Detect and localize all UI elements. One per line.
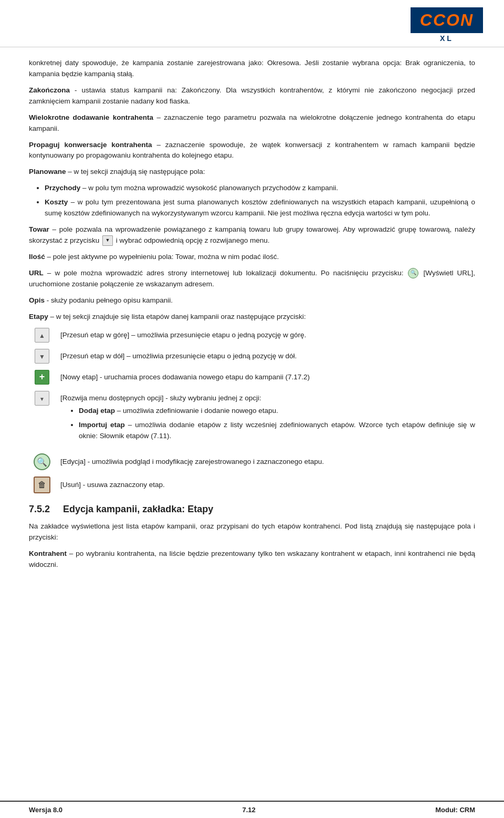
paragraph-4: Propaguj konwersacje kontrahenta – zazna… <box>29 140 475 162</box>
icon-cell-dropdown <box>29 391 55 406</box>
kontrahent-bold: Kontrahent <box>29 550 67 557</box>
icon-label-delete: [Usuń] - usuwa zaznaczony etap. <box>60 477 165 491</box>
etapy-bold: Etapy <box>29 313 48 320</box>
towar-bold: Towar <box>29 225 49 233</box>
dropdown-inline-icon: ▼ <box>102 235 113 246</box>
importuj-rest: – umożliwia dodanie etapów z listy wcześ… <box>79 421 475 440</box>
bullet-przychody: Przychody – w polu tym można wprowadzić … <box>45 183 475 194</box>
importuj-bold: Importuj etap <box>79 421 125 429</box>
para4-bold: Propaguj konwersacje kontrahenta <box>29 141 152 149</box>
paragraph-3: Wielokrotne dodawanie kontrahenta – zazn… <box>29 112 475 134</box>
footer-module: Moduł: CRM <box>435 806 475 814</box>
paragraph-etapy: Etapy – w tej sekcji znajduje się lista … <box>29 312 475 323</box>
dodaj-rest: – umożliwia zdefiniowanie i dodanie nowe… <box>115 407 278 415</box>
expand-menu-icon[interactable] <box>35 391 49 406</box>
paragraph-towar: Towar – pole pozwala na wprowadzenie pow… <box>29 224 475 246</box>
section-para1: Na zakładce wyświetlona jest lista etapó… <box>29 521 475 543</box>
edit-icon[interactable]: 🔍 <box>34 453 50 470</box>
url-rest: – w pole można wprowadzić adres strony i… <box>44 269 404 277</box>
icon-cell-edit: 🔍 <box>29 453 55 470</box>
icon-label-dropdown-wrapper: [Rozwija menu dostępnych opcji] - służy … <box>60 391 475 448</box>
dropdown-glyph <box>39 394 45 402</box>
footer-page: 7.12 <box>242 806 255 814</box>
main-content: konkretnej daty spowoduje, że kampania z… <box>0 47 504 801</box>
page-wrapper: CCON XL konkretnej daty spowoduje, że ka… <box>0 0 504 818</box>
para5-bold: Planowane <box>29 168 66 175</box>
bullet2-bold: Koszty <box>45 198 68 206</box>
logo-text: CCON <box>420 11 474 30</box>
section-para2: Kontrahent – po wybraniu kontrahenta, na… <box>29 548 475 571</box>
new-step-icon[interactable] <box>35 370 49 385</box>
bullet2-rest: – w polu tym prezentowana jest suma plan… <box>45 198 475 217</box>
paragraph-opis: Opis - służy podaniu pełnego opisu kampa… <box>29 295 475 306</box>
kontrahent-rest: – po wybraniu kontrahenta, na liście będ… <box>29 550 475 568</box>
opis-rest: - służy podaniu pełnego opisu kampanii. <box>45 296 173 304</box>
logo-box: CCON <box>411 7 483 33</box>
bullet1-bold: Przychody <box>45 184 80 192</box>
icon-label-dropdown: [Rozwija menu dostępnych opcji] - służy … <box>60 391 475 404</box>
url-bold: URL <box>29 269 44 277</box>
icon-cell-down <box>29 349 55 364</box>
url-inline-icon: 🔍 <box>408 268 418 278</box>
bullet1-rest: – w polu tym można wprowadzić wysokość p… <box>80 184 338 192</box>
bullet-koszty: Koszty – w polu tym prezentowana jest su… <box>45 197 475 219</box>
section-title: Edycja kampanii, zakładka: Etapy <box>63 504 213 514</box>
paragraph-url: URL – w pole można wprowadzić adres stro… <box>29 268 475 290</box>
para3-bold: Wielokrotne dodawanie kontrahenta <box>29 113 153 121</box>
icon-row-up: [Przesuń etap w górę] – umożliwia przesu… <box>29 328 475 343</box>
icon-cell-up <box>29 328 55 343</box>
icon-cell-delete: 🗑 <box>29 477 55 493</box>
ilosc-bold: Ilość <box>29 253 45 261</box>
search-glyph: 🔍 <box>37 457 47 467</box>
move-up-icon[interactable] <box>35 328 49 343</box>
move-down-icon[interactable] <box>35 349 49 364</box>
paragraph-ilosc: Ilość – pole jest aktywne po wypełnieniu… <box>29 252 475 263</box>
trash-glyph: 🗑 <box>38 480 46 490</box>
delete-icon[interactable]: 🗑 <box>34 477 50 493</box>
section-number: 7.5.2 <box>29 504 50 514</box>
icon-row-edit: 🔍 [Edycja] - umożliwia podgląd i modyfik… <box>29 453 475 470</box>
para2-bold: Zakończona <box>29 86 70 94</box>
towar-rest2: i wybrać odpowiednią opcję z rozwijanego… <box>114 236 269 244</box>
icon-label-down: [Przesuń etap w dół] – umożliwia przesun… <box>60 349 297 362</box>
icon-label-edit: [Edycja] - umożliwia podgląd i modyfikac… <box>60 453 324 468</box>
icon-cell-new <box>29 370 55 385</box>
header: CCON XL <box>0 0 504 47</box>
icon-row-delete: 🗑 [Usuń] - usuwa zaznaczony etap. <box>29 477 475 493</box>
arrow-down-glyph <box>39 352 45 360</box>
para2-rest: - ustawia status kampanii na: Zakończony… <box>29 86 475 105</box>
icon-label-up: [Przesuń etap w górę] – umożliwia przesu… <box>60 328 306 341</box>
arrow-up-glyph <box>39 331 45 339</box>
footer: Wersja 8.0 7.12 Moduł: CRM <box>0 801 504 818</box>
ilosc-rest: – pole jest aktywne po wypełnieniu pola:… <box>45 253 279 261</box>
section-752-heading: 7.5.2 Edycja kampanii, zakładka: Etapy <box>29 504 475 515</box>
option-dodaj: Dodaj etap – umożliwia zdefiniowanie i d… <box>79 406 475 417</box>
plus-glyph <box>39 371 45 382</box>
icon-row-new: [Nowy etap] - uruchamia proces dodawania… <box>29 370 475 385</box>
paragraph-1: konkretnej daty spowoduje, że kampania z… <box>29 58 475 80</box>
paragraph-5: Planowane – w tej sekcji znajdują się na… <box>29 167 475 178</box>
etapy-rest: – w tej sekcji znajduje się lista etapów… <box>48 313 306 320</box>
icon-row-down: [Przesuń etap w dół] – umożliwia przesun… <box>29 349 475 364</box>
planowane-list: Przychody – w polu tym można wprowadzić … <box>45 183 475 219</box>
opis-bold: Opis <box>29 296 45 304</box>
logo-on: CON <box>433 11 474 29</box>
para5-rest: – w tej sekcji znajdują się następujące … <box>66 168 205 175</box>
logo-c: C <box>420 11 433 29</box>
option-importuj: Importuj etap – umożliwia dodanie etapów… <box>79 420 475 442</box>
logo-xl: XL <box>440 34 454 43</box>
dodaj-bold: Dodaj etap <box>79 407 115 415</box>
footer-version: Wersja 8.0 <box>29 806 62 814</box>
icon-label-new: [Nowy etap] - uruchamia proces dodawania… <box>60 370 310 383</box>
paragraph-2: Zakończona - ustawia status kampanii na:… <box>29 85 475 107</box>
logo-container: CCON XL <box>411 7 483 43</box>
icon-row-dropdown: [Rozwija menu dostępnych opcji] - służy … <box>29 391 475 448</box>
dropdown-options-list: Dodaj etap – umożliwia zdefiniowanie i d… <box>79 406 475 442</box>
